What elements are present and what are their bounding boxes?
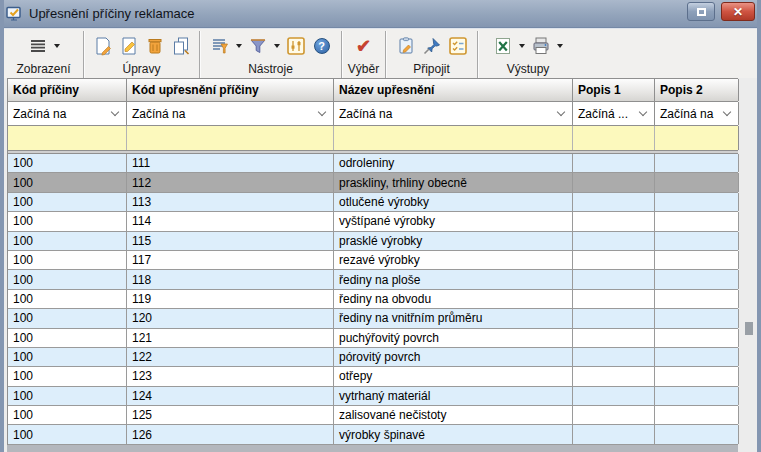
view-settings-icon[interactable] (209, 35, 231, 57)
filter-mode-dropdown-kod-priciny[interactable]: Začíná na (8, 102, 127, 125)
row-cell-kod-priciny[interactable]: 100 (8, 329, 127, 347)
restore-button[interactable] (687, 2, 715, 21)
row-cell-kod-upresneni[interactable]: 118 (127, 270, 334, 288)
attach-note-icon[interactable] (395, 35, 417, 57)
row-cell-kod-upresneni[interactable]: 123 (127, 367, 334, 385)
row-cell-nazev-upresneni[interactable]: puchýřovitý povrch (334, 329, 573, 347)
dropdown-arrow-icon[interactable] (274, 44, 280, 48)
new-record-icon[interactable] (92, 35, 114, 57)
row-cell-popis-2[interactable] (655, 309, 739, 327)
row-cell-nazev-upresneni[interactable]: zalisované nečistoty (334, 406, 573, 424)
filter-input-kod-upresneni[interactable] (127, 126, 333, 150)
column-header-popis-2[interactable]: Popis 2 (655, 79, 739, 101)
row-cell-kod-upresneni[interactable]: 120 (127, 309, 334, 327)
delete-record-icon[interactable] (144, 35, 166, 57)
row-cell-kod-priciny[interactable]: 100 (8, 173, 127, 191)
row-cell-nazev-upresneni[interactable]: prasklé výrobky (334, 232, 573, 250)
row-cell-popis-2[interactable] (655, 406, 739, 424)
row-cell-popis-1[interactable] (573, 348, 655, 366)
row-cell-kod-upresneni[interactable]: 111 (127, 154, 334, 172)
row-cell-popis-1[interactable] (573, 406, 655, 424)
row-cell-nazev-upresneni[interactable]: řediny na obvodu (334, 290, 573, 308)
row-cell-popis-2[interactable] (655, 212, 739, 230)
filter-mode-dropdown-popis-1[interactable]: Začíná ... (573, 102, 655, 125)
filter-mode-dropdown-popis-2[interactable]: Začíná na (655, 102, 739, 125)
filter-input-nazev-upresneni[interactable] (334, 126, 572, 150)
row-cell-kod-upresneni[interactable]: 126 (127, 425, 334, 443)
row-cell-nazev-upresneni[interactable]: řediny na ploše (334, 270, 573, 288)
filter-input-popis-2[interactable] (655, 126, 738, 150)
table-row[interactable]: 100 112 praskliny, trhliny obecně (8, 173, 738, 192)
row-cell-kod-upresneni[interactable]: 115 (127, 232, 334, 250)
row-cell-popis-2[interactable] (655, 270, 739, 288)
row-cell-nazev-upresneni[interactable]: výrobky špinavé (334, 425, 573, 443)
edit-record-icon[interactable] (118, 35, 140, 57)
excel-export-icon[interactable] (492, 35, 514, 57)
row-cell-popis-2[interactable] (655, 425, 739, 443)
row-cell-popis-1[interactable] (573, 154, 655, 172)
row-cell-popis-1[interactable] (573, 173, 655, 191)
row-cell-kod-priciny[interactable]: 100 (8, 154, 127, 172)
row-cell-popis-2[interactable] (655, 173, 739, 191)
close-button[interactable]: ✕ (721, 2, 755, 21)
scrollbar-thumb[interactable] (745, 322, 753, 335)
dropdown-arrow-icon[interactable] (54, 44, 60, 48)
filter-input-popis-1[interactable] (573, 126, 654, 150)
row-cell-kod-priciny[interactable]: 100 (8, 212, 127, 230)
row-cell-popis-1[interactable] (573, 425, 655, 443)
filter-mode-dropdown-kod-upresneni[interactable]: Začíná na (127, 102, 334, 125)
row-cell-kod-priciny[interactable]: 100 (8, 367, 127, 385)
row-cell-kod-priciny[interactable]: 100 (8, 270, 127, 288)
row-cell-popis-2[interactable] (655, 154, 739, 172)
row-cell-popis-2[interactable] (655, 251, 739, 269)
row-cell-popis-1[interactable] (573, 212, 655, 230)
view-list-icon[interactable] (27, 35, 49, 57)
row-cell-kod-upresneni[interactable]: 122 (127, 348, 334, 366)
row-cell-kod-upresneni[interactable]: 114 (127, 212, 334, 230)
row-cell-nazev-upresneni[interactable]: otlučené výrobky (334, 193, 573, 211)
table-row[interactable]: 100 114 vyštípané výrobky (8, 212, 738, 231)
row-cell-kod-upresneni[interactable]: 117 (127, 251, 334, 269)
row-cell-kod-priciny[interactable]: 100 (8, 387, 127, 405)
row-cell-popis-2[interactable] (655, 348, 739, 366)
table-row[interactable]: 100 113 otlučené výrobky (8, 193, 738, 212)
app-icon[interactable] (6, 6, 23, 22)
row-cell-kod-upresneni[interactable]: 112 (127, 173, 334, 191)
pin-icon[interactable] (421, 35, 443, 57)
table-row[interactable]: 100 115 prasklé výrobky (8, 232, 738, 251)
row-cell-nazev-upresneni[interactable]: otřepy (334, 367, 573, 385)
row-cell-kod-priciny[interactable]: 100 (8, 290, 127, 308)
row-cell-kod-priciny[interactable]: 100 (8, 348, 127, 366)
row-cell-popis-1[interactable] (573, 387, 655, 405)
table-row[interactable]: 100 123 otřepy (8, 367, 738, 386)
table-row[interactable]: 100 126 výrobky špinavé (8, 425, 738, 444)
table-row[interactable]: 100 117 rezavé výrobky (8, 251, 738, 270)
parameters-icon[interactable] (285, 35, 307, 57)
row-cell-kod-upresneni[interactable]: 121 (127, 329, 334, 347)
row-cell-popis-2[interactable] (655, 193, 739, 211)
row-cell-popis-1[interactable] (573, 367, 655, 385)
dropdown-arrow-icon[interactable] (557, 44, 563, 48)
row-cell-nazev-upresneni[interactable]: vyštípané výrobky (334, 212, 573, 230)
row-cell-nazev-upresneni[interactable]: praskliny, trhliny obecně (334, 173, 573, 191)
column-header-nazev-upresneni[interactable]: Název upřesnění (334, 79, 573, 101)
column-header-popis-1[interactable]: Popis 1 (573, 79, 655, 101)
table-row[interactable]: 100 125 zalisované nečistoty (8, 406, 738, 425)
table-row[interactable]: 100 111 odroleniny (8, 154, 738, 173)
row-cell-popis-1[interactable] (573, 270, 655, 288)
row-cell-kod-priciny[interactable]: 100 (8, 232, 127, 250)
copy-record-icon[interactable] (170, 35, 192, 57)
checklist-icon[interactable] (447, 35, 469, 57)
row-cell-popis-2[interactable] (655, 232, 739, 250)
filter-mode-dropdown-nazev-upresneni[interactable]: Začíná na (334, 102, 573, 125)
dropdown-arrow-icon[interactable] (519, 44, 525, 48)
print-icon[interactable] (530, 35, 552, 57)
row-cell-kod-upresneni[interactable]: 124 (127, 387, 334, 405)
row-cell-popis-1[interactable] (573, 329, 655, 347)
row-cell-nazev-upresneni[interactable]: vytrhaný materiál (334, 387, 573, 405)
table-row[interactable]: 100 119 řediny na obvodu (8, 290, 738, 309)
filter-icon[interactable] (247, 35, 269, 57)
row-cell-popis-1[interactable] (573, 290, 655, 308)
row-cell-nazev-upresneni[interactable]: pórovitý povrch (334, 348, 573, 366)
select-check-icon[interactable]: ✔ (353, 35, 375, 57)
